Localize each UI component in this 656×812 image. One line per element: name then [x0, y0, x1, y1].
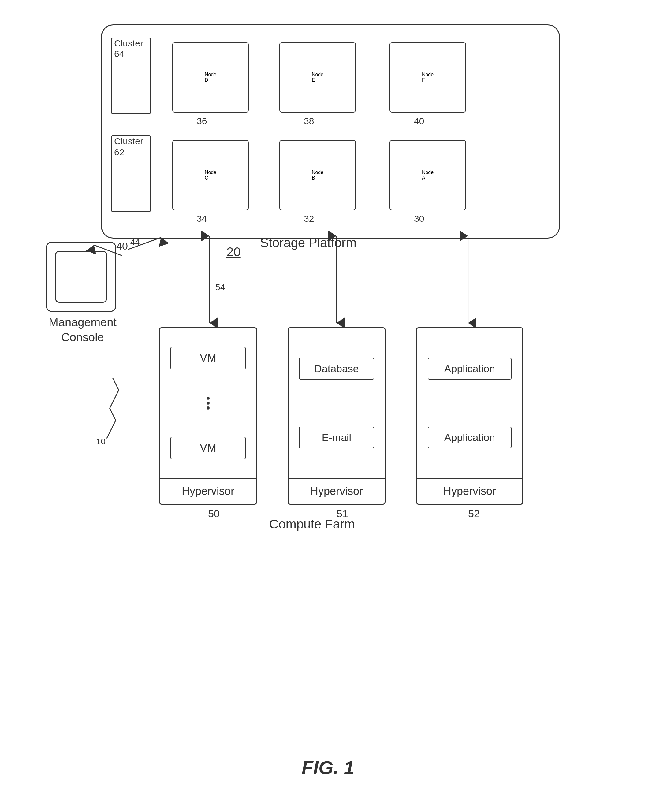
compute50-hypervisor: Hypervisor — [160, 479, 256, 504]
mgmt-console-inner — [55, 251, 107, 303]
nodeD-number: 36 — [197, 116, 207, 126]
compute50-box: VM VM Hypervisor — [159, 327, 257, 505]
nodeF-number: 40 — [414, 116, 424, 126]
svg-text:44: 44 — [130, 237, 140, 247]
storage-platform-label: Storage Platform — [260, 236, 356, 250]
nodeD-box: NodeD — [172, 42, 249, 113]
diagram-container: Cluster 64 NodeD 36 NodeE 38 NodeF 40 Cl… — [46, 15, 610, 787]
application-bottom-box: Application — [428, 427, 512, 448]
compute52-number: 52 — [468, 508, 480, 520]
nodeC-box: NodeC — [172, 140, 249, 210]
nodeE-number: 38 — [304, 116, 314, 126]
vm-bottom-box: VM — [170, 437, 246, 459]
nodeB-number: 32 — [304, 213, 314, 224]
nodeB-box: NodeB — [279, 140, 356, 210]
nodeF-box: NodeF — [390, 42, 466, 113]
compute52-box: Application Application Hypervisor — [416, 327, 523, 505]
mgmt-console-box — [46, 242, 116, 312]
nodeB-label: NodeB — [312, 170, 323, 181]
nodeE-box: NodeE — [279, 42, 356, 113]
compute51-hypervisor: Hypervisor — [289, 479, 385, 504]
storage-platform-box: Cluster 64 NodeD 36 NodeE 38 NodeF 40 Cl… — [101, 25, 560, 239]
svg-text:54: 54 — [215, 283, 225, 292]
compute50-number: 50 — [208, 508, 220, 520]
cluster64-label: Cluster — [114, 38, 143, 49]
nodeA-number: 30 — [414, 213, 424, 224]
nodeF-label: NodeF — [422, 72, 433, 83]
cluster62-label: Cluster — [114, 136, 143, 147]
fig-label: FIG. 1 — [302, 756, 354, 778]
compute52-hypervisor: Hypervisor — [417, 479, 522, 504]
compute-farm-label: Compute Farm — [269, 517, 355, 531]
database-box: Database — [299, 358, 374, 380]
nodeD-label: NodeD — [205, 72, 216, 83]
email-box: E-mail — [299, 427, 374, 448]
vm-top-box: VM — [170, 347, 246, 369]
svg-line-7 — [128, 237, 161, 250]
cluster62-number: 62 — [114, 147, 124, 157]
nodeC-label: NodeC — [205, 170, 216, 181]
nodeC-number: 34 — [197, 213, 207, 224]
nodeE-label: NodeE — [312, 72, 323, 83]
cluster64-number: 64 — [114, 49, 124, 59]
storage-platform-number: 20 — [226, 245, 241, 259]
mgmt-number-40: 40 — [116, 240, 128, 252]
mgmt-console-label: ManagementConsole — [40, 315, 125, 345]
nodeA-box: NodeA — [390, 140, 466, 210]
svg-text:10: 10 — [96, 437, 105, 446]
application-top-box: Application — [428, 358, 512, 380]
compute51-box: Database E-mail Hypervisor — [288, 327, 385, 505]
nodeA-label: NodeA — [422, 170, 433, 181]
